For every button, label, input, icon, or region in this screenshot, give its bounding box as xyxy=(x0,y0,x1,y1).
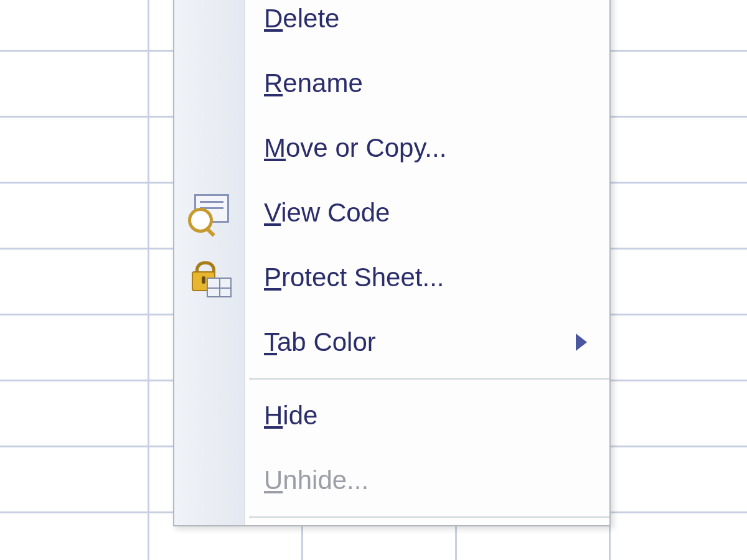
menu-item-label: Protect Sheet... xyxy=(264,263,444,292)
menu-item-hide[interactable]: Hide xyxy=(174,383,609,448)
menu-item-label: View Code xyxy=(264,198,390,228)
menu-item-rename[interactable]: Rename xyxy=(174,51,609,116)
menu-item-view-code[interactable]: View Code xyxy=(174,180,609,245)
menu-item-unhide: Unhide... xyxy=(174,448,609,513)
sheet-tab-context-menu: Delete Rename Move or Copy... View Code … xyxy=(173,0,611,526)
menu-item-label: Hide xyxy=(264,401,317,431)
menu-item-label: Move or Copy... xyxy=(264,133,446,163)
menu-separator xyxy=(249,378,609,380)
menu-item-label: Rename xyxy=(264,68,363,98)
protect-sheet-icon xyxy=(188,259,233,296)
menu-item-tab-color[interactable]: Tab Color xyxy=(174,310,609,375)
submenu-arrow-icon xyxy=(576,334,587,351)
menu-item-label: Unhide... xyxy=(264,465,369,495)
menu-item-delete[interactable]: Delete xyxy=(174,0,609,51)
menu-item-move-or-copy[interactable]: Move or Copy... xyxy=(174,116,609,180)
menu-item-label: Delete xyxy=(264,4,339,34)
menu-item-protect-sheet[interactable]: Protect Sheet... xyxy=(174,245,609,310)
view-code-icon xyxy=(188,194,233,231)
menu-item-label: Tab Color xyxy=(264,327,376,357)
menu-separator xyxy=(249,516,609,518)
